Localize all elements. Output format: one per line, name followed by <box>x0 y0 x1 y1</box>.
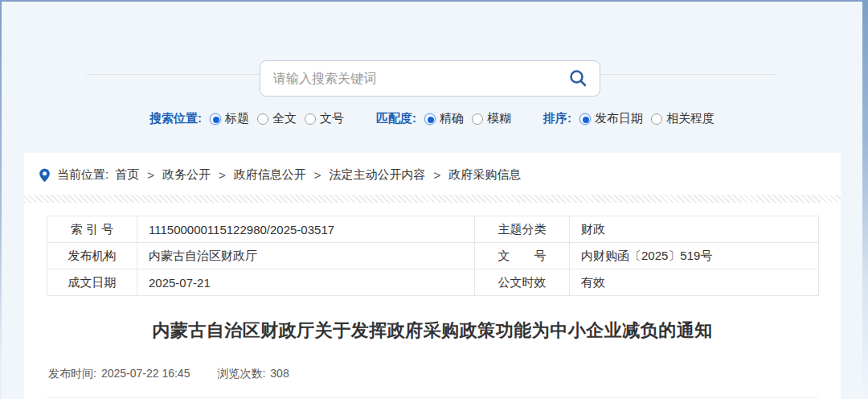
document-title: 内蒙古自治区财政厅关于发挥政府采购政策功能为中小企业减负的通知 <box>24 319 841 343</box>
breadcrumb-item-govaffairs[interactable]: 政务公开 <box>162 167 211 183</box>
breadcrumb-separator: > <box>314 168 321 182</box>
publish-time: 发布时间: 2025-07-22 16:45 <box>48 367 190 381</box>
breadcrumb-item-home[interactable]: 首页 <box>115 167 139 183</box>
index-number-label: 索 引 号 <box>47 216 137 243</box>
document-number-value: 内财购函〔2025〕519号 <box>570 243 819 269</box>
breadcrumb-separator: > <box>219 168 226 182</box>
index-number-value: 111500000115122980/2025-03517 <box>137 216 475 243</box>
radio-icon <box>305 113 316 125</box>
publish-time-value: 2025-07-22 16:45 <box>101 367 190 381</box>
validity-value: 有效 <box>570 269 819 296</box>
filter-label-position: 搜索位置: <box>149 111 202 126</box>
radio-icon <box>424 113 436 125</box>
search-button[interactable] <box>566 67 590 91</box>
issue-date-label: 成文日期 <box>47 269 137 296</box>
hatched-divider <box>24 195 841 203</box>
view-count-value: 308 <box>270 367 289 381</box>
radio-icon <box>472 113 483 125</box>
search-box[interactable] <box>260 60 600 97</box>
search-input[interactable] <box>273 72 566 86</box>
breadcrumb: 当前位置: 首页 > 政务公开 > 政府信息公开 > 法定主动公开内容 > 政府… <box>24 153 841 183</box>
breadcrumb-label: 当前位置: <box>57 167 108 183</box>
radio-match-fuzzy[interactable]: 模糊 <box>472 111 511 126</box>
breadcrumb-item-statutory[interactable]: 法定主动公开内容 <box>329 167 425 183</box>
issuing-agency-value: 内蒙古自治区财政厅 <box>137 243 475 269</box>
radio-label: 文号 <box>320 111 344 126</box>
radio-label: 模糊 <box>487 111 511 126</box>
radio-icon <box>257 113 268 125</box>
window-frame-right <box>862 0 868 399</box>
document-meta-row: 发布时间: 2025-07-22 16:45 浏览次数: 308 <box>47 367 818 398</box>
radio-label: 全文 <box>272 111 297 126</box>
location-pin-icon <box>39 168 51 183</box>
radio-position-fulltext[interactable]: 全文 <box>257 111 297 126</box>
topic-category-label: 主题分类 <box>475 216 570 243</box>
validity-label: 公文时效 <box>475 269 570 296</box>
radio-label: 标题 <box>225 111 249 126</box>
view-count: 浏览次数: 308 <box>217 367 289 381</box>
filter-label-sort: 排序: <box>543 111 571 126</box>
filter-group-match: 匹配度: 精确 模糊 <box>376 111 511 126</box>
table-row: 索 引 号 111500000115122980/2025-03517 主题分类… <box>47 216 819 243</box>
search-filter-row: 搜索位置: 标题 全文 文号 匹配度: 精确 模糊 <box>2 111 862 126</box>
publish-time-label: 发布时间: <box>48 367 96 381</box>
radio-position-title[interactable]: 标题 <box>210 111 249 126</box>
search-section: 搜索位置: 标题 全文 文号 匹配度: 精确 模糊 <box>2 2 862 153</box>
document-number-label: 文 号 <box>475 243 570 269</box>
radio-label: 精确 <box>440 111 464 126</box>
radio-icon <box>579 113 591 125</box>
search-icon <box>567 68 588 89</box>
breadcrumb-separator: > <box>433 168 440 182</box>
issue-date-value: 2025-07-21 <box>137 269 475 296</box>
radio-icon <box>210 113 221 125</box>
radio-label: 相关程度 <box>666 111 714 126</box>
content-card: 当前位置: 首页 > 政务公开 > 政府信息公开 > 法定主动公开内容 > 政府… <box>24 153 841 399</box>
radio-position-docnumber[interactable]: 文号 <box>305 111 344 126</box>
radio-sort-date[interactable]: 发布日期 <box>579 111 643 126</box>
document-info-table: 索 引 号 111500000115122980/2025-03517 主题分类… <box>47 216 819 296</box>
view-count-label: 浏览次数: <box>217 367 265 381</box>
radio-icon <box>651 113 662 125</box>
radio-label: 发布日期 <box>595 111 643 126</box>
table-row: 成文日期 2025-07-21 公文时效 有效 <box>47 269 819 296</box>
filter-group-position: 搜索位置: 标题 全文 文号 <box>149 111 344 126</box>
filter-label-match: 匹配度: <box>376 111 416 126</box>
radio-sort-relevance[interactable]: 相关程度 <box>651 111 714 126</box>
breadcrumb-item-procurement: 政府采购信息 <box>448 167 521 183</box>
radio-match-exact[interactable]: 精确 <box>424 111 464 126</box>
topic-category-value: 财政 <box>570 216 819 243</box>
table-row: 发布机构 内蒙古自治区财政厅 文 号 内财购函〔2025〕519号 <box>47 243 819 269</box>
filter-group-sort: 排序: 发布日期 相关程度 <box>543 111 714 126</box>
breadcrumb-item-govinfo[interactable]: 政府信息公开 <box>234 167 306 183</box>
issuing-agency-label: 发布机构 <box>47 243 137 269</box>
breadcrumb-separator: > <box>147 168 154 182</box>
